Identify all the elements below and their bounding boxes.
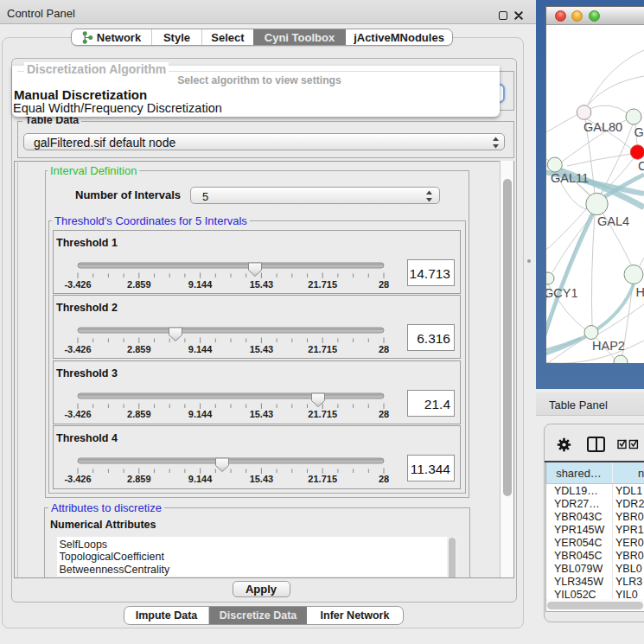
svg-text:H: H (636, 285, 644, 299)
svg-text:GCY1: GCY1 (546, 286, 578, 300)
svg-text:C: C (638, 159, 644, 173)
svg-text:GAL80: GAL80 (583, 120, 622, 134)
svg-text:HAP2: HAP2 (592, 339, 625, 353)
svg-text:GAL4: GAL4 (597, 214, 629, 228)
svg-text:GA: GA (634, 125, 644, 139)
svg-text:GAL11: GAL11 (551, 171, 589, 185)
